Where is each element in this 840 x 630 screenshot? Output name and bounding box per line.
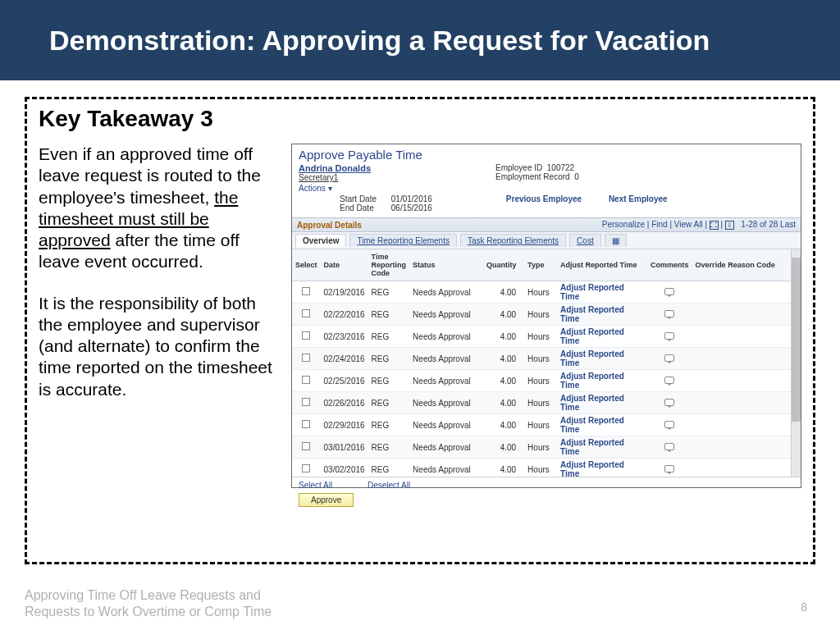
adjust-reported-time-link[interactable]: Adjust Reported Time [560,283,624,301]
cell-trc: REG [368,459,410,478]
row-checkbox[interactable] [302,464,310,472]
cell-trc: REG [368,414,410,436]
comment-icon[interactable] [664,354,674,362]
cell-date: 02/29/2016 [321,414,368,436]
comment-icon[interactable] [664,332,674,340]
find-link[interactable]: Find [651,220,667,229]
adjust-reported-time-link[interactable]: Adjust Reported Time [560,438,624,456]
cell-type: Hours [524,281,557,304]
tab-overview[interactable]: Overview [295,234,346,247]
slide-title: Demonstration: Approving a Request for V… [49,25,710,57]
row-checkbox[interactable] [302,309,310,317]
view-all-link[interactable]: View All [674,220,703,229]
comment-icon[interactable] [664,465,674,472]
slide-content: Key Takeaway 3 Even if an approved time … [0,80,840,581]
app-screenshot: Approve Payable Time Andrina Donalds Sec… [291,144,801,488]
adjust-reported-time-link[interactable]: Adjust Reported Time [560,460,624,477]
previous-employee-link[interactable]: Previous Employee [506,194,582,203]
cell-date: 02/25/2016 [321,370,368,392]
row-checkbox[interactable] [302,331,310,340]
col-trc: Time Reporting Code [368,249,410,281]
cell-trc: REG [368,304,410,326]
col-date: Date [321,249,368,281]
cell-trc: REG [368,436,410,459]
emp-rec-value: 0 [574,172,579,181]
personalize-link[interactable]: Personalize [602,220,645,229]
comment-icon[interactable] [664,399,674,406]
grid-scrollbar[interactable] [791,249,801,477]
row-checkbox[interactable] [302,420,310,428]
approve-button[interactable]: Approve [299,493,354,507]
cell-override [692,436,801,459]
table-row: 02/26/2016REGNeeds Approval4.00HoursAdju… [292,392,801,414]
approval-details-label: Approval Details [297,221,362,230]
emp-rec-label: Employment Record [495,172,570,181]
employee-name-link[interactable]: Andrina Donalds [299,163,495,173]
cell-type: Hours [524,304,557,326]
adjust-reported-time-link[interactable]: Adjust Reported Time [560,394,624,412]
download-icon[interactable]: ⇩ [725,221,734,230]
comment-icon[interactable] [664,310,674,317]
slide-header: Demonstration: Approving a Request for V… [0,0,840,80]
last-link[interactable]: Last [780,220,796,229]
next-employee-link[interactable]: Next Employee [609,194,668,203]
adjust-reported-time-link[interactable]: Adjust Reported Time [560,372,624,390]
start-date-label: Start Date [340,194,389,203]
adjust-reported-time-link[interactable]: Adjust Reported Time [560,349,624,368]
cell-type: Hours [524,436,557,459]
tab-show-all[interactable]: ▦ [605,234,627,247]
emp-id-value: 100722 [547,163,574,172]
col-override: Override Reason Code [692,249,801,281]
job-title: Secretary1 [299,173,495,182]
cell-status: Needs Approval [409,459,483,478]
cell-status: Needs Approval [409,348,483,370]
slide-footer: Approving Time Off Leave Requests and Re… [25,587,272,620]
row-checkbox[interactable] [302,376,310,384]
cell-override [692,326,801,348]
cell-date: 02/26/2016 [321,392,368,414]
deselect-all-link[interactable]: Deselect All [368,481,410,490]
cell-date: 02/19/2016 [321,281,368,304]
actions-menu[interactable]: Actions ▾ [299,184,495,193]
cell-qty: 4.00 [483,392,524,414]
footer-line1: Approving Time Off Leave Requests and [25,587,272,604]
col-comments: Comments [647,249,692,281]
zoom-icon[interactable]: ⛶ [710,221,719,230]
cell-status: Needs Approval [409,436,483,459]
cell-qty: 4.00 [483,436,524,459]
table-row: 02/19/2016REGNeeds Approval4.00HoursAdju… [292,281,801,304]
cell-override [692,459,801,478]
start-date-value: 01/01/2016 [391,194,432,203]
tab-time-reporting[interactable]: Time Reporting Elements [349,234,456,247]
tab-cost[interactable]: Cost [569,234,601,247]
cell-qty: 4.00 [483,459,524,478]
cell-qty: 4.00 [483,281,524,304]
row-checkbox[interactable] [302,287,310,295]
cell-override [692,414,801,436]
cell-date: 03/01/2016 [321,436,368,459]
adjust-reported-time-link[interactable]: Adjust Reported Time [560,305,624,323]
comment-icon[interactable] [664,421,674,428]
select-all-link[interactable]: Select All [299,481,332,490]
cell-type: Hours [524,414,557,436]
cell-type: Hours [524,392,557,414]
tab-task-reporting[interactable]: Task Reporting Elements [460,234,566,247]
row-checkbox[interactable] [302,442,310,450]
cell-override [692,370,801,392]
comment-icon[interactable] [664,443,674,450]
cell-trc: REG [368,326,410,348]
cell-override [692,281,801,304]
row-checkbox[interactable] [302,354,310,362]
adjust-reported-time-link[interactable]: Adjust Reported Time [560,327,624,345]
cell-status: Needs Approval [409,326,483,348]
cell-qty: 4.00 [483,414,524,436]
takeaway-text: Even if an approved time off leave reque… [39,144,276,488]
comment-icon[interactable] [664,288,674,295]
row-checkbox[interactable] [302,398,310,406]
cell-type: Hours [524,326,557,348]
adjust-reported-time-link[interactable]: Adjust Reported Time [560,416,624,434]
col-quantity: Quantity [483,249,524,281]
comment-icon[interactable] [664,377,674,384]
payable-time-grid: Select Date Time Reporting Code Status Q… [292,249,801,477]
table-row: 03/01/2016REGNeeds Approval4.00HoursAdju… [292,436,801,459]
